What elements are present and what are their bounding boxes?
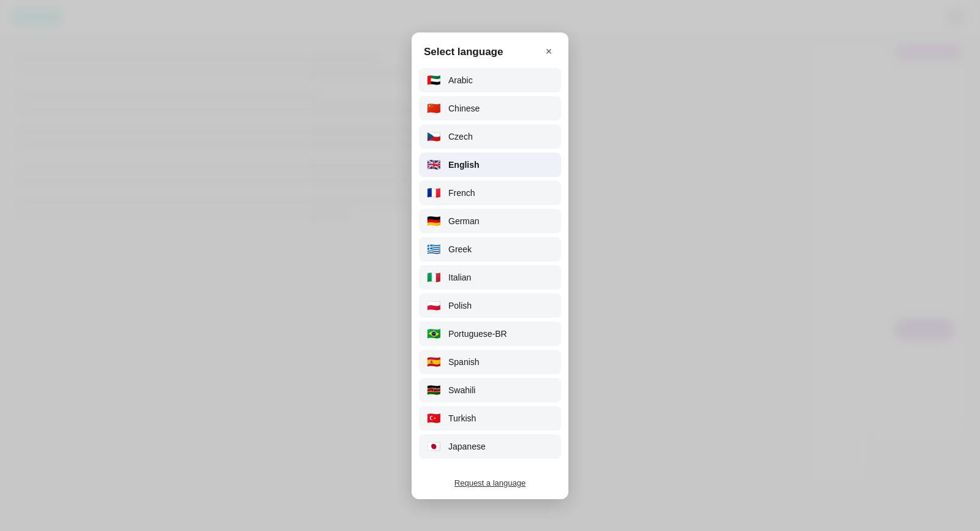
- request-language-link[interactable]: Request a language: [454, 478, 526, 488]
- flag-czech: 🇨🇿: [426, 131, 441, 142]
- modal-header: Select language ×: [412, 32, 568, 68]
- flag-chinese: 🇨🇳: [426, 103, 441, 114]
- language-name-german: German: [448, 216, 480, 226]
- language-name-greek: Greek: [448, 244, 472, 254]
- language-name-polish: Polish: [448, 301, 472, 311]
- flag-greek: 🇬🇷: [426, 244, 441, 255]
- language-item-turkish[interactable]: 🇹🇷Turkish: [419, 406, 561, 431]
- flag-turkish: 🇹🇷: [426, 413, 441, 424]
- flag-english: 🇬🇧: [426, 159, 441, 170]
- flag-japanese: 🇯🇵: [426, 441, 441, 452]
- language-item-french[interactable]: 🇫🇷French: [419, 181, 561, 205]
- flag-spanish: 🇪🇸: [426, 356, 441, 367]
- language-item-italian[interactable]: 🇮🇹Italian: [419, 265, 561, 290]
- language-item-portuguese-br[interactable]: 🇧🇷Portuguese-BR: [419, 322, 561, 346]
- language-name-chinese: Chinese: [448, 104, 480, 113]
- flag-swahili: 🇰🇪: [426, 385, 441, 396]
- flag-arabic: 🇦🇪: [426, 75, 441, 86]
- language-item-arabic[interactable]: 🇦🇪Arabic: [419, 68, 561, 92]
- modal-footer: Request a language: [412, 470, 568, 499]
- language-name-turkish: Turkish: [448, 413, 476, 423]
- language-select-modal: Select language × 🇦🇪Arabic🇨🇳Chinese🇨🇿Cze…: [412, 32, 568, 499]
- flag-italian: 🇮🇹: [426, 272, 441, 283]
- language-list: 🇦🇪Arabic🇨🇳Chinese🇨🇿Czech🇬🇧English🇫🇷Frenc…: [412, 68, 568, 470]
- flag-german: 🇩🇪: [426, 216, 441, 227]
- flag-portuguese-br: 🇧🇷: [426, 328, 441, 339]
- close-button[interactable]: ×: [541, 45, 556, 59]
- flag-french: 🇫🇷: [426, 187, 441, 198]
- language-item-japanese[interactable]: 🇯🇵Japanese: [419, 434, 561, 459]
- language-item-greek[interactable]: 🇬🇷Greek: [419, 237, 561, 262]
- language-item-german[interactable]: 🇩🇪German: [419, 209, 561, 233]
- language-name-swahili: Swahili: [448, 385, 475, 395]
- language-item-swahili[interactable]: 🇰🇪Swahili: [419, 378, 561, 402]
- language-item-spanish[interactable]: 🇪🇸Spanish: [419, 350, 561, 374]
- language-name-japanese: Japanese: [448, 442, 486, 451]
- modal-overlay: Select language × 🇦🇪Arabic🇨🇳Chinese🇨🇿Cze…: [0, 0, 980, 531]
- language-name-arabic: Arabic: [448, 75, 473, 85]
- language-item-polish[interactable]: 🇵🇱Polish: [419, 293, 561, 318]
- modal-title: Select language: [424, 46, 503, 58]
- language-name-english: English: [448, 160, 480, 170]
- language-name-portuguese-br: Portuguese-BR: [448, 329, 507, 339]
- flag-polish: 🇵🇱: [426, 300, 441, 311]
- language-name-italian: Italian: [448, 273, 471, 282]
- language-item-czech[interactable]: 🇨🇿Czech: [419, 124, 561, 149]
- language-name-french: French: [448, 188, 475, 198]
- language-name-czech: Czech: [448, 132, 473, 141]
- language-item-english[interactable]: 🇬🇧English: [419, 153, 561, 177]
- language-item-chinese[interactable]: 🇨🇳Chinese: [419, 96, 561, 121]
- language-name-spanish: Spanish: [448, 357, 480, 367]
